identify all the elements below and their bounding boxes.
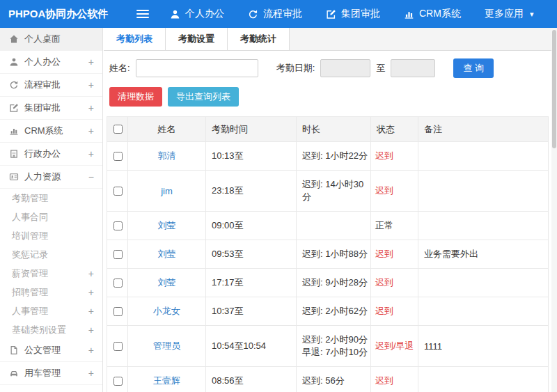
sidebar: 个人桌面 个人办公 + 流程审批 + 集团审批 + CRM系统 + 行政办公 +…: [0, 28, 103, 392]
topbar: PHPOA协同办公软件 个人办公 流程审批 集团审批 CRM系统 更多应用 ▾: [0, 0, 557, 28]
home-icon: [9, 34, 19, 44]
sidebar-item-human-resources[interactable]: 人力资源 −: [0, 166, 102, 189]
expand-toggle[interactable]: +: [88, 287, 94, 298]
tab-attendance-list[interactable]: 考勤列表: [104, 28, 166, 50]
status-badge: 迟到: [371, 367, 418, 392]
sidebar-subitem-label: 培训管理: [12, 230, 48, 242]
table-row: 郭清 10:13至 迟到: 1小时22分 迟到: [107, 142, 549, 171]
row-checkbox[interactable]: [113, 187, 123, 196]
sidebar-subitem-personnel-contract[interactable]: 人事合同: [0, 207, 102, 226]
select-all-checkbox[interactable]: [113, 125, 123, 134]
clean-data-button[interactable]: 清理数据: [109, 87, 162, 107]
nav-more-apps[interactable]: 更多应用 ▾: [485, 8, 534, 20]
sidebar-item-label: 个人办公: [24, 56, 61, 68]
table-row: 管理员 10:54至10:54 迟到: 2小时90分 早退: 7小时10分 迟到…: [107, 326, 549, 367]
sidebar-item-administrative-office[interactable]: 行政办公 +: [0, 143, 102, 166]
employee-name-link[interactable]: 刘莹: [158, 277, 176, 288]
status-badge: 正常: [371, 212, 418, 240]
sidebar-item-personal-office[interactable]: 个人办公 +: [0, 51, 102, 74]
col-header-time: 考勤时间: [206, 117, 297, 142]
sidebar-subitem-attendance-management[interactable]: 考勤管理: [0, 189, 102, 207]
nav-group-approval[interactable]: 集团审批: [326, 8, 380, 20]
expand-toggle[interactable]: +: [88, 148, 94, 159]
tab-attendance-stats[interactable]: 考勤统计: [228, 28, 290, 50]
duration: 迟到: 9小时28分: [297, 269, 371, 297]
scrollbar-thumb[interactable]: [552, 30, 556, 148]
main-content: 考勤列表 考勤设置 考勤统计 姓名: 考勤日期: 至 查 询 清理数据 导出查询…: [104, 28, 551, 392]
attendance-time: 10:37至: [206, 297, 297, 326]
employee-name-link[interactable]: 小龙女: [153, 306, 180, 316]
sidebar-subitem-reward-punishment-records[interactable]: 奖惩记录: [0, 245, 102, 264]
hamburger-menu-icon[interactable]: [136, 10, 149, 18]
table-row: 刘莹 17:17至 迟到: 9小时28分 迟到: [107, 269, 549, 297]
expand-toggle[interactable]: +: [88, 306, 94, 317]
sidebar-subitem-training-management[interactable]: 培训管理: [0, 226, 102, 245]
sidebar-item-group-approval[interactable]: 集团审批 +: [0, 97, 102, 120]
expand-toggle[interactable]: +: [88, 368, 94, 379]
date-start-input[interactable]: [320, 59, 370, 77]
remark: [418, 142, 549, 171]
topbar-nav: 个人办公 流程审批 集团审批 CRM系统 更多应用 ▾: [170, 8, 533, 20]
expand-toggle[interactable]: +: [88, 268, 94, 279]
row-checkbox[interactable]: [113, 250, 123, 259]
sidebar-item-workflow-approval[interactable]: 流程审批 +: [0, 74, 102, 97]
caret-down-icon: ▾: [530, 10, 534, 19]
row-checkbox[interactable]: [113, 342, 123, 351]
sidebar-item-crm-system[interactable]: CRM系统 +: [0, 120, 102, 143]
duration: 迟到: 56分: [297, 367, 371, 392]
nav-workflow-approval[interactable]: 流程审批: [248, 8, 302, 20]
tab-attendance-settings[interactable]: 考勤设置: [166, 28, 228, 50]
remark: [418, 367, 549, 392]
name-input[interactable]: [136, 59, 258, 77]
expand-toggle[interactable]: +: [88, 345, 94, 356]
status-badge: 迟到/早退: [371, 326, 418, 367]
col-header-remark: 备注: [418, 117, 549, 142]
row-checkbox[interactable]: [113, 307, 123, 316]
app-title: PHPOA协同办公软件: [0, 8, 104, 21]
employee-name-link[interactable]: 管理员: [153, 340, 180, 351]
expand-toggle[interactable]: +: [88, 324, 94, 336]
nav-crm-system[interactable]: CRM系统: [404, 8, 461, 20]
expand-toggle[interactable]: +: [88, 79, 94, 91]
filter-bar: 姓名: 考勤日期: 至 查 询: [104, 51, 551, 86]
employee-name-link[interactable]: jim: [161, 186, 173, 196]
status-badge: 迟到: [371, 297, 418, 326]
remark: 业务需要外出: [418, 240, 549, 269]
sidebar-subitem-personnel-management[interactable]: 人事管理 +: [0, 301, 102, 320]
status-badge: 迟到: [371, 269, 418, 297]
employee-name-link[interactable]: 郭清: [158, 150, 176, 161]
sidebar-subitem-recruitment-management[interactable]: 招聘管理 +: [0, 283, 102, 301]
sidebar-item-label: 集团审批: [24, 102, 61, 114]
chart-icon: [404, 9, 414, 19]
sidebar-item-vehicle-management[interactable]: 用车管理 +: [0, 362, 102, 385]
row-checkbox[interactable]: [113, 377, 123, 386]
sidebar-item-label: 流程审批: [24, 79, 61, 91]
expand-toggle[interactable]: +: [88, 56, 94, 68]
duration: 迟到: 1小时88分: [297, 240, 371, 269]
employee-name-link[interactable]: 刘莹: [158, 249, 176, 259]
row-checkbox[interactable]: [113, 279, 123, 288]
duration: 迟到: 14小时30分: [297, 171, 371, 212]
expand-toggle[interactable]: +: [88, 125, 94, 136]
employee-name-link[interactable]: 王壹辉: [153, 375, 180, 386]
flow-icon: [248, 9, 258, 19]
sidebar-item-personal-desktop[interactable]: 个人桌面: [0, 28, 102, 51]
attendance-time: 17:17至: [206, 269, 297, 297]
idcard-icon: [9, 172, 19, 182]
sidebar-subitem-salary-management[interactable]: 薪资管理 +: [0, 264, 102, 283]
status-badge: 迟到: [371, 240, 418, 269]
search-button[interactable]: 查 询: [453, 58, 494, 78]
sidebar-item-document-management[interactable]: 公文管理 +: [0, 339, 102, 362]
export-list-button[interactable]: 导出查询列表: [168, 87, 239, 107]
attendance-table: 姓名 考勤时间 时长 状态 备注 郭清 10:13至 迟到: 1小时22分 迟到…: [107, 116, 549, 392]
date-end-input[interactable]: [391, 59, 435, 77]
row-checkbox[interactable]: [113, 221, 123, 230]
row-checkbox[interactable]: [113, 152, 123, 161]
vertical-scrollbar[interactable]: [551, 28, 557, 392]
sidebar-subitem-basic-category-settings[interactable]: 基础类别设置 +: [0, 320, 102, 339]
collapse-toggle[interactable]: −: [88, 171, 94, 182]
nav-personal-office[interactable]: 个人办公: [170, 8, 224, 20]
employee-name-link[interactable]: 刘莹: [158, 220, 176, 230]
expand-toggle[interactable]: +: [88, 102, 94, 113]
flow-icon: [9, 80, 19, 90]
